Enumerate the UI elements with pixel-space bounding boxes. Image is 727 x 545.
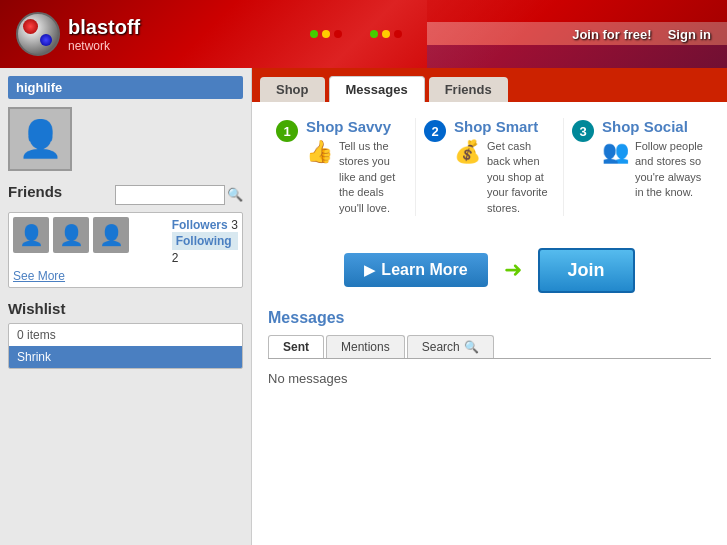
dot-spacer — [346, 30, 366, 38]
friends-avatars: 👤 👤 👤 — [13, 217, 129, 261]
wishlist-box: 0 items Shrink — [8, 323, 243, 369]
logo-area: blastoff network — [16, 12, 140, 56]
banner-content-2: Shop Smart 💰 Get cash back when you shop… — [454, 118, 555, 216]
banner-body-1: 👍 Tell us the stores you like and get th… — [306, 139, 407, 216]
banner-item-3: 3 Shop Social 👥 Follow people and stores… — [564, 118, 711, 201]
friend-icon-2: 👤 — [59, 223, 84, 247]
dot-3 — [334, 30, 342, 38]
dot-1 — [310, 30, 318, 38]
sidebar: highlife 👤 Friends 🔍 👤 👤 — [0, 68, 252, 545]
friends-box: 👤 👤 👤 Followers 3 Following 2 — [8, 212, 243, 288]
no-messages-text: No messages — [268, 371, 711, 386]
avatar-icon: 👤 — [18, 118, 63, 160]
messages-title: Messages — [268, 309, 711, 327]
dot-4 — [370, 30, 378, 38]
banner-body-2: 💰 Get cash back when you shop at your fa… — [454, 139, 555, 216]
dot-5 — [382, 30, 390, 38]
banner-title-1: Shop Savvy — [306, 118, 407, 135]
banner-num-2: 2 — [424, 120, 446, 142]
shrink-button[interactable]: Shrink — [9, 346, 242, 368]
content-tabs: Shop Messages Friends — [252, 68, 727, 102]
search-tab-label: Search — [422, 340, 460, 354]
friend-avatar-3: 👤 — [93, 217, 129, 253]
banner-icon-1: 👍 — [306, 139, 333, 165]
logo-text: blastoff network — [68, 16, 140, 53]
banner-title-2: Shop Smart — [454, 118, 555, 135]
banner-num-3: 3 — [572, 120, 594, 142]
see-more-link[interactable]: See More — [13, 269, 238, 283]
friend-avatar-1: 👤 — [13, 217, 49, 253]
banner-body-3: 👥 Follow people and stores so you're alw… — [602, 139, 703, 201]
friends-search-container: 🔍 — [115, 185, 243, 205]
banner-title-3: Shop Social — [602, 118, 703, 135]
dot-2 — [322, 30, 330, 38]
following-label[interactable]: Following — [172, 232, 238, 250]
dot-6 — [394, 30, 402, 38]
tab-shop[interactable]: Shop — [260, 77, 325, 102]
learn-more-button[interactable]: ▶ Learn More — [344, 253, 487, 287]
content-area: Shop Messages Friends 1 Shop Savvy 👍 Tel… — [252, 68, 727, 545]
join-button[interactable]: Join — [538, 248, 635, 293]
banner-desc-1: Tell us the stores you like and get the … — [339, 139, 407, 216]
play-icon: ▶ — [364, 262, 375, 278]
header: blastoff network Join for free! Sign in — [0, 0, 727, 68]
arrow-icon: ➜ — [504, 257, 522, 283]
msg-tab-sent[interactable]: Sent — [268, 335, 324, 358]
msg-tab-mentions[interactable]: Mentions — [326, 335, 405, 358]
followers-count: 3 — [231, 218, 238, 232]
avatar: 👤 — [8, 107, 72, 171]
banner-desc-2: Get cash back when you shop at your favo… — [487, 139, 555, 216]
banner-items: 1 Shop Savvy 👍 Tell us the stores you li… — [268, 118, 711, 216]
search-tab-icon: 🔍 — [464, 340, 479, 354]
message-tabs: Sent Mentions Search 🔍 — [268, 335, 711, 359]
wishlist-title: Wishlist — [8, 300, 243, 317]
header-dots — [310, 30, 402, 38]
banner-desc-3: Follow people and stores so you're alway… — [635, 139, 703, 201]
messages-section: Messages Sent Mentions Search 🔍 No messa… — [252, 309, 727, 402]
followers-label[interactable]: Followers — [172, 218, 228, 232]
banner-item-1: 1 Shop Savvy 👍 Tell us the stores you li… — [268, 118, 416, 216]
friend-avatar-2: 👤 — [53, 217, 89, 253]
banner-num-1: 1 — [276, 120, 298, 142]
username-bar: highlife — [8, 76, 243, 99]
banner-content-3: Shop Social 👥 Follow people and stores s… — [602, 118, 703, 201]
friend-icon-1: 👤 — [19, 223, 44, 247]
msg-tab-search[interactable]: Search 🔍 — [407, 335, 494, 358]
learn-more-label: Learn More — [381, 261, 467, 279]
wishlist-section: Wishlist 0 items Shrink — [8, 300, 243, 369]
following-count: 2 — [172, 251, 179, 265]
friends-header: Friends 🔍 — [8, 183, 243, 206]
main-layout: highlife 👤 Friends 🔍 👤 👤 — [0, 68, 727, 545]
logo-icon — [16, 12, 60, 56]
tab-messages[interactable]: Messages — [329, 76, 425, 102]
friends-stats: Followers 3 Following 2 — [172, 217, 238, 265]
banner-item-2: 2 Shop Smart 💰 Get cash back when you sh… — [416, 118, 564, 216]
banner-icon-3: 👥 — [602, 139, 629, 165]
friends-search-input[interactable] — [115, 185, 225, 205]
wishlist-items-count: 0 items — [9, 324, 242, 346]
join-link[interactable]: Join for free! — [572, 27, 651, 42]
tab-friends[interactable]: Friends — [429, 77, 508, 102]
friends-title: Friends — [8, 183, 62, 200]
header-links: Join for free! Sign in — [572, 27, 711, 42]
cta-row: ▶ Learn More ➜ Join — [252, 232, 727, 309]
friends-row: 👤 👤 👤 Followers 3 Following 2 — [13, 217, 238, 265]
shop-banner: 1 Shop Savvy 👍 Tell us the stores you li… — [252, 102, 727, 232]
sign-in-link[interactable]: Sign in — [668, 27, 711, 42]
search-icon: 🔍 — [227, 187, 243, 202]
network-label: network — [68, 39, 140, 53]
brand-name: blastoff — [68, 16, 140, 39]
banner-icon-2: 💰 — [454, 139, 481, 165]
banner-content-1: Shop Savvy 👍 Tell us the stores you like… — [306, 118, 407, 216]
friend-icon-3: 👤 — [99, 223, 124, 247]
